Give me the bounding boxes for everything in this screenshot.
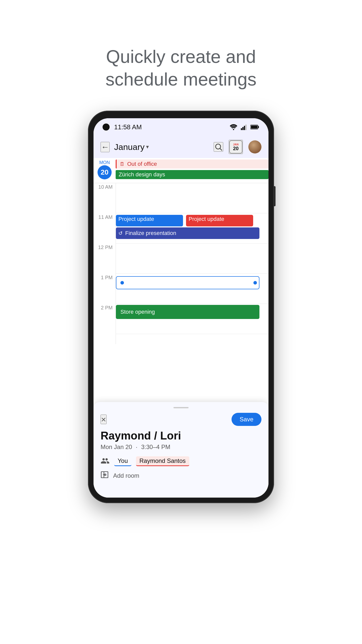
today-button[interactable]: JAN 20 [229,140,243,154]
attendee-you[interactable]: You [114,456,131,466]
back-button[interactable]: ← [101,142,110,152]
meeting-bottom-sheet: × Save Raymond / Lori Mon Jan 20 · 3:30–… [94,402,268,498]
avatar-image [248,140,261,153]
header-actions: JAN 20 [214,140,261,154]
grid-line-2pm: Store opening [116,304,268,334]
camera [103,124,110,131]
avatar[interactable] [248,140,261,153]
status-icons [230,124,259,130]
time-label-2pm: 2 PM [94,304,116,334]
time-label-1pm: 1 PM [94,274,116,304]
grid-line-11am: Project update Project update ↺ Finalize… [116,213,268,244]
svg-rect-13 [105,474,106,475]
svg-rect-2 [242,127,244,130]
svg-point-8 [216,144,221,149]
attendee-raymond[interactable]: Raymond Santos [136,456,189,466]
date-number: 20 [98,165,112,179]
grid-lines: Project update Project update ↺ Finalize… [116,183,268,344]
dropdown-arrow-icon: ▾ [146,144,149,150]
app-header: ← January ▾ JAN 20 [94,136,268,158]
status-bar: 11:58 AM [94,118,268,136]
search-button[interactable] [214,142,223,152]
project-update-event-blue[interactable]: Project update [116,215,183,226]
phone-frame: 11:58 AM [88,111,274,503]
svg-rect-1 [241,128,242,130]
drag-handle-left [120,281,124,285]
out-of-office-event[interactable]: 🗓 Out of office [116,159,268,169]
add-room-label: Add room [113,472,139,479]
month-label: January [114,142,145,152]
time-label-10am: 10 AM [94,183,116,213]
project-update-event-red[interactable]: Project update [186,215,253,226]
signal-icon [240,124,247,130]
battery-icon [250,124,259,130]
zurich-event[interactable]: Zürich design days [116,170,268,179]
page-headline: Quickly create and schedule meetings [96,23,266,91]
svg-rect-6 [258,126,259,128]
attendees-row: You Raymond Santos [101,456,261,466]
svg-rect-7 [251,126,257,129]
time-label-12pm: 12 PM [94,244,116,274]
room-icon [101,471,109,480]
status-time: 11:58 AM [114,123,142,131]
sheet-handle [173,407,189,408]
allday-section: 🗓 Out of office Zürich design days [94,158,268,183]
svg-line-9 [220,148,222,150]
add-room-row[interactable]: Add room [101,471,261,480]
svg-rect-3 [244,126,245,130]
phone-screen: 11:58 AM [94,118,268,498]
meeting-time-text: 3:30–4 PM [141,444,170,450]
today-badge: JAN 20 [229,140,242,153]
day-of-week: Mon [99,160,110,165]
dragging-event[interactable] [116,276,259,289]
meeting-title: Raymond / Lori [101,429,261,442]
svg-point-0 [233,129,234,130]
grid-line-1pm [116,274,268,304]
search-icon [214,143,223,151]
close-button[interactable]: × [101,415,107,424]
time-labels: 10 AM 11 AM 12 PM 1 PM 2 PM [94,183,116,344]
month-selector[interactable]: January ▾ [114,142,149,152]
time-grid: 10 AM 11 AM 12 PM 1 PM 2 PM Proj [94,183,268,344]
meeting-datetime: Mon Jan 20 · 3:30–4 PM [101,444,261,451]
drag-handle-right [253,281,257,285]
finalize-presentation-event[interactable]: ↺ Finalize presentation [116,227,259,239]
grid-line-12pm [116,244,268,274]
store-opening-event[interactable]: Store opening [116,305,259,319]
time-label-11am: 11 AM [94,213,116,244]
grid-line-10am [116,183,268,213]
date-label: Mon 20 [94,158,116,179]
wifi-icon [230,124,237,130]
separator: · [136,444,138,450]
save-button[interactable]: Save [232,413,261,426]
attendees-icon [101,456,110,466]
sheet-header: × Save [101,413,261,426]
svg-rect-4 [245,125,247,130]
meeting-date-text: Mon Jan 20 [101,444,132,450]
